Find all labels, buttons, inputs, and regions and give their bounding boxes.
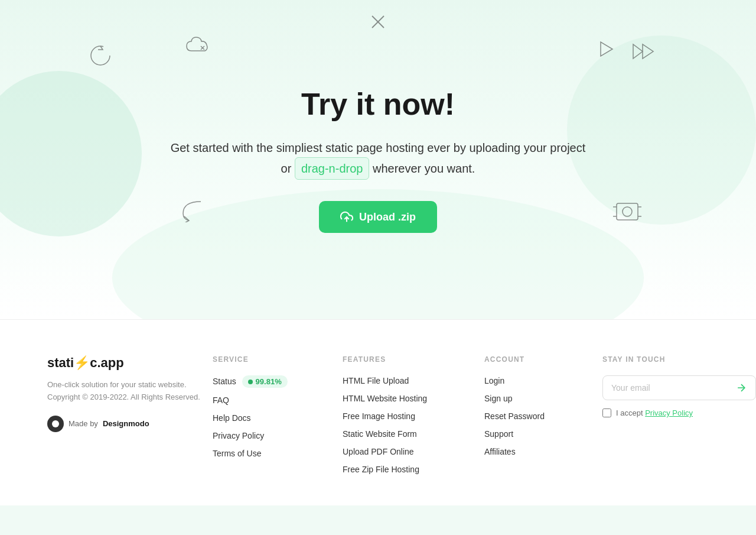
fast-forward-icon bbox=[632, 43, 656, 63]
footer-account: ACCOUNT Login Sign up Reset Password Sup… bbox=[484, 355, 591, 482]
logo: stati⚡c.app bbox=[47, 355, 201, 371]
service-privacy-link[interactable]: Privacy Policy bbox=[213, 431, 264, 440]
list-item: Terms of Use bbox=[213, 448, 331, 459]
logo-bolt: ⚡ bbox=[74, 355, 90, 371]
privacy-checkbox[interactable] bbox=[602, 408, 611, 417]
feature-html-hosting-link[interactable]: HTML Website Hosting bbox=[343, 394, 427, 403]
list-item: Affiliates bbox=[484, 446, 591, 457]
service-faq-link[interactable]: FAQ bbox=[213, 395, 229, 405]
hero-section: Try it now! Get started with the simplie… bbox=[0, 0, 756, 319]
footer-brand: stati⚡c.app One-click solution for your … bbox=[47, 355, 201, 482]
list-item: Reset Password bbox=[484, 411, 591, 421]
list-item: HTML File Upload bbox=[343, 375, 472, 386]
svg-point-2 bbox=[91, 46, 110, 65]
svg-marker-6 bbox=[633, 44, 643, 59]
feature-html-upload-link[interactable]: HTML File Upload bbox=[343, 376, 409, 385]
play-icon bbox=[599, 40, 614, 60]
list-item: Static Website Form bbox=[343, 429, 472, 439]
blob-left bbox=[0, 71, 142, 236]
list-item: Upload PDF Online bbox=[343, 446, 472, 457]
feature-image-hosting-link[interactable]: Free Image Hosting bbox=[343, 411, 415, 421]
status-dot bbox=[248, 380, 253, 384]
hero-content: Try it now! Get started with the simplie… bbox=[154, 86, 602, 233]
features-heading: FEATURES bbox=[343, 355, 472, 364]
service-list: Status 99.81% FAQ Help Docs Privacy Poli… bbox=[213, 375, 331, 459]
cloud-icon bbox=[183, 33, 215, 59]
made-by-label: Made by bbox=[69, 419, 98, 428]
footer-touch: STAY IN TOUCH I accept Privacy Policy bbox=[602, 355, 756, 482]
svg-point-15 bbox=[52, 420, 59, 427]
privacy-checkbox-label: I accept Privacy Policy bbox=[602, 408, 756, 417]
account-reset-link[interactable]: Reset Password bbox=[484, 411, 545, 421]
drag-drop-highlight: drag-n-drop bbox=[295, 157, 370, 180]
account-signup-link[interactable]: Sign up bbox=[484, 394, 512, 403]
svg-marker-7 bbox=[643, 44, 653, 59]
feature-pdf-upload-link[interactable]: Upload PDF Online bbox=[343, 447, 414, 456]
list-item: Status 99.81% bbox=[213, 375, 331, 388]
logo-end: c.app bbox=[90, 355, 123, 371]
designmodo-icon bbox=[47, 416, 64, 432]
upload-icon bbox=[340, 210, 353, 223]
service-helpdocs-link[interactable]: Help Docs bbox=[213, 413, 251, 423]
arrow-right-icon bbox=[735, 382, 747, 394]
touch-heading: STAY IN TOUCH bbox=[602, 355, 756, 364]
dollar-icon bbox=[613, 197, 644, 231]
footer: stati⚡c.app One-click solution for your … bbox=[0, 319, 756, 505]
svg-point-9 bbox=[623, 207, 632, 216]
logo-start: stati bbox=[47, 355, 74, 371]
email-input[interactable] bbox=[603, 376, 727, 400]
service-heading: SERVICE bbox=[213, 355, 331, 364]
list-item: Support bbox=[484, 429, 591, 439]
privacy-policy-link[interactable]: Privacy Policy bbox=[645, 408, 693, 417]
list-item: Help Docs bbox=[213, 413, 331, 423]
x-icon bbox=[370, 14, 386, 33]
account-affiliates-link[interactable]: Affiliates bbox=[484, 447, 516, 456]
email-submit-button[interactable] bbox=[727, 376, 755, 400]
made-by: Made by Designmodo bbox=[47, 416, 201, 432]
service-status-link[interactable]: Status 99.81% bbox=[213, 377, 288, 386]
list-item: Sign up bbox=[484, 393, 591, 404]
list-item: FAQ bbox=[213, 395, 331, 406]
hero-title: Try it now! bbox=[165, 86, 591, 122]
svg-marker-5 bbox=[601, 42, 612, 56]
svg-rect-8 bbox=[617, 203, 638, 220]
feature-zip-hosting-link[interactable]: Free Zip File Hosting bbox=[343, 465, 419, 474]
features-list: HTML File Upload HTML Website Hosting Fr… bbox=[343, 375, 472, 475]
account-login-link[interactable]: Login bbox=[484, 376, 504, 385]
status-badge: 99.81% bbox=[242, 375, 288, 388]
footer-features: FEATURES HTML File Upload HTML Website H… bbox=[343, 355, 472, 482]
hero-subtitle: Get started with the simpliest static pa… bbox=[165, 138, 591, 180]
service-terms-link[interactable]: Terms of Use bbox=[213, 449, 261, 458]
account-list: Login Sign up Reset Password Support Aff… bbox=[484, 375, 591, 457]
refresh-icon bbox=[87, 43, 113, 71]
made-by-brand: Designmodo bbox=[103, 419, 149, 428]
upload-button[interactable]: Upload .zip bbox=[319, 201, 437, 233]
account-heading: ACCOUNT bbox=[484, 355, 591, 364]
footer-service: SERVICE Status 99.81% FAQ Help Docs Priv… bbox=[213, 355, 331, 482]
footer-description: One-click solution for your static websi… bbox=[47, 379, 201, 404]
account-support-link[interactable]: Support bbox=[484, 429, 513, 439]
list-item: HTML Website Hosting bbox=[343, 393, 472, 404]
list-item: Free Zip File Hosting bbox=[343, 464, 472, 475]
email-form bbox=[602, 375, 756, 400]
list-item: Login bbox=[484, 375, 591, 386]
privacy-text: I accept Privacy Policy bbox=[616, 408, 693, 417]
subtitle-after: wherever you want. bbox=[369, 162, 475, 175]
feature-static-form-link[interactable]: Static Website Form bbox=[343, 429, 417, 439]
list-item: Privacy Policy bbox=[213, 430, 331, 441]
list-item: Free Image Hosting bbox=[343, 411, 472, 421]
